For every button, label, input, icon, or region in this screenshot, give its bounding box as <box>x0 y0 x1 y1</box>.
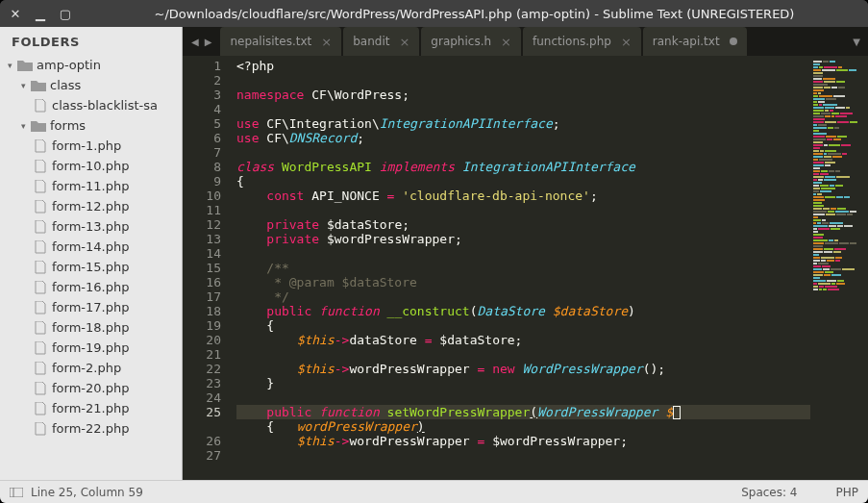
tree-file[interactable]: form-1.php <box>0 136 182 156</box>
file-label: form-16.php <box>52 280 129 294</box>
titlebar: ✕ ▁ ▢ ~/Downloads/cloudflare/src/WordPre… <box>0 0 868 27</box>
tab[interactable]: rank-api.txt <box>643 27 747 56</box>
folder-label: class <box>50 78 81 92</box>
tree-file[interactable]: form-20.php <box>0 378 182 398</box>
file-icon <box>35 160 46 173</box>
chevron-down-icon: ▾ <box>8 61 17 70</box>
file-label: form-12.php <box>52 199 129 214</box>
tree-file[interactable]: form-16.php <box>0 277 182 297</box>
file-label: form-19.php <box>52 340 129 355</box>
tree-folder-class[interactable]: ▾ class <box>0 75 182 95</box>
file-label: form-11.php <box>52 179 129 193</box>
file-icon <box>35 139 46 153</box>
file-icon <box>35 99 46 113</box>
folder-icon <box>31 120 46 132</box>
chevron-down-icon: ▾ <box>21 121 31 131</box>
file-label: form-20.php <box>52 381 129 395</box>
maximize-icon[interactable]: ▢ <box>60 8 71 19</box>
file-icon <box>35 362 46 375</box>
file-label: form-2.php <box>52 361 121 375</box>
tab-nav: ◀ ▶ <box>183 27 220 56</box>
file-icon <box>35 321 46 335</box>
folder-label: amp-optin <box>37 58 101 72</box>
close-icon[interactable]: × <box>321 35 332 49</box>
tab-label: bandit <box>353 35 389 48</box>
folder-icon <box>17 60 33 71</box>
tab[interactable]: graphics.h× <box>421 27 521 56</box>
tab-label: functions.php <box>533 35 611 48</box>
tab-prev-icon[interactable]: ◀ <box>188 37 202 47</box>
file-label: form-22.php <box>52 421 129 436</box>
tree-file[interactable]: form-15.php <box>0 257 182 277</box>
tree-file[interactable]: form-21.php <box>0 398 182 418</box>
tab-label: nepalisites.txt <box>230 35 311 48</box>
file-label: form-14.php <box>52 239 129 254</box>
tree-file[interactable]: class-blacklist-sa <box>0 95 182 115</box>
tabbar: ◀ ▶ nepalisites.txt×bandit×graphics.h×fu… <box>183 27 868 56</box>
statusbar: Line 25, Column 59 Spaces: 4 PHP <box>0 480 868 503</box>
file-icon <box>35 240 46 254</box>
file-icon <box>35 200 46 214</box>
tab-next-icon[interactable]: ▶ <box>202 37 215 47</box>
file-icon <box>35 382 46 395</box>
file-label: form-21.php <box>52 401 129 415</box>
tree-file[interactable]: form-2.php <box>0 358 182 378</box>
indent-setting[interactable]: Spaces: 4 <box>741 486 797 499</box>
file-label: form-18.php <box>52 320 129 335</box>
file-icon <box>35 422 46 436</box>
folder-icon <box>31 80 46 91</box>
file-label: form-13.php <box>52 219 129 234</box>
tree-file[interactable]: form-19.php <box>0 338 182 358</box>
file-icon <box>35 402 46 415</box>
close-icon[interactable]: × <box>501 35 511 49</box>
folder-tree: ▾ amp-optin ▾ class class-blacklist-sa ▾… <box>0 55 182 480</box>
sidebar: FOLDERS ▾ amp-optin ▾ class class-blackl… <box>0 27 183 480</box>
tab-menu-icon[interactable]: ▼ <box>845 27 868 56</box>
file-label: form-1.php <box>52 138 121 153</box>
file-icon <box>35 301 46 314</box>
file-icon <box>35 281 46 294</box>
tree-file[interactable]: form-13.php <box>0 216 182 237</box>
tree-root[interactable]: ▾ amp-optin <box>0 55 182 75</box>
panel-icon[interactable] <box>10 488 23 497</box>
file-label: form-15.php <box>52 260 129 274</box>
code-editor[interactable]: <?phpnamespace CF\WordPress;use CF\Integ… <box>229 56 810 480</box>
file-icon <box>35 341 46 355</box>
close-icon[interactable]: ✕ <box>10 8 21 19</box>
minimize-icon[interactable]: ▁ <box>35 8 46 19</box>
folder-label: forms <box>50 118 86 133</box>
tab-label: graphics.h <box>431 35 491 48</box>
sidebar-header: FOLDERS <box>0 27 182 55</box>
tree-file[interactable]: form-10.php <box>0 156 182 176</box>
tab[interactable]: nepalisites.txt× <box>220 27 341 56</box>
tree-file[interactable]: form-17.php <box>0 297 182 317</box>
tree-file[interactable]: form-14.php <box>0 237 182 257</box>
file-label: class-blacklist-sa <box>52 98 158 113</box>
close-icon[interactable]: × <box>399 35 409 49</box>
file-icon <box>35 220 46 234</box>
tree-file[interactable]: form-11.php <box>0 176 182 196</box>
tab[interactable]: functions.php× <box>523 27 641 56</box>
window-title: ~/Downloads/cloudflare/src/WordPress/Wor… <box>90 7 858 21</box>
svg-rect-0 <box>10 488 23 497</box>
syntax-setting[interactable]: PHP <box>836 486 859 499</box>
file-icon <box>35 261 46 274</box>
tab[interactable]: bandit× <box>343 27 419 56</box>
chevron-down-icon: ▾ <box>21 81 31 90</box>
tab-label: rank-api.txt <box>653 35 720 48</box>
file-icon <box>35 180 46 193</box>
file-label: form-17.php <box>52 300 129 314</box>
close-icon[interactable]: × <box>621 35 632 49</box>
tree-file[interactable]: form-18.php <box>0 317 182 338</box>
file-label: form-10.php <box>52 159 129 173</box>
tree-file[interactable]: form-12.php <box>0 196 182 216</box>
cursor-position: Line 25, Column 59 <box>31 486 143 499</box>
tree-file[interactable]: form-22.php <box>0 418 182 439</box>
minimap[interactable] <box>810 56 868 480</box>
dirty-indicator-icon <box>730 38 737 45</box>
line-gutter: 1234567891011121314151617181920212223242… <box>183 56 229 480</box>
tree-folder-forms[interactable]: ▾ forms <box>0 115 182 136</box>
